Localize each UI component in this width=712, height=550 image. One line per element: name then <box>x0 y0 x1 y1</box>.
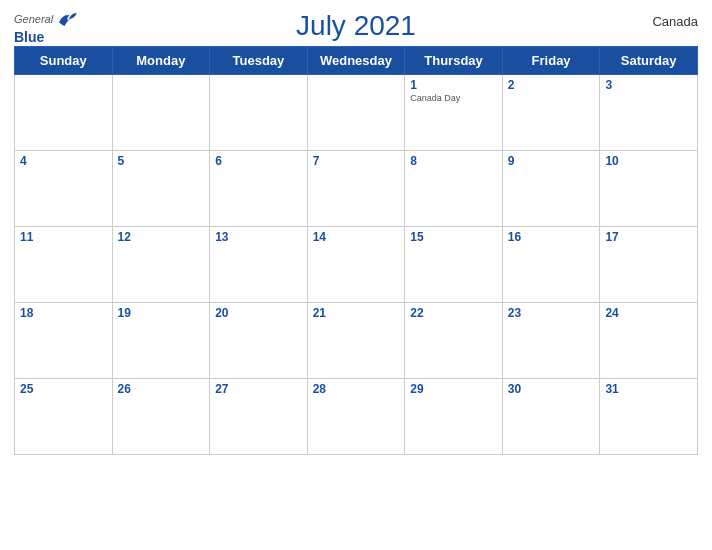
date-number: 4 <box>20 154 107 168</box>
header-saturday: Saturday <box>600 47 698 75</box>
day-headers-row: Sunday Monday Tuesday Wednesday Thursday… <box>15 47 698 75</box>
date-number: 30 <box>508 382 595 396</box>
logo-blue: Blue <box>14 28 79 46</box>
date-number: 9 <box>508 154 595 168</box>
calendar-cell-w3-d6: 16 <box>502 227 600 303</box>
calendar-cell-w4-d3: 20 <box>210 303 308 379</box>
date-number: 27 <box>215 382 302 396</box>
calendar-cell-w3-d1: 11 <box>15 227 113 303</box>
calendar-cell-w4-d4: 21 <box>307 303 405 379</box>
calendar-cell-w3-d4: 14 <box>307 227 405 303</box>
calendar-cell-w3-d3: 13 <box>210 227 308 303</box>
calendar-cell-w2-d4: 7 <box>307 151 405 227</box>
logo-general: General <box>14 10 79 28</box>
date-number: 10 <box>605 154 692 168</box>
calendar-cell-w5-d1: 25 <box>15 379 113 455</box>
week-row-2: 45678910 <box>15 151 698 227</box>
date-number: 6 <box>215 154 302 168</box>
week-row-4: 18192021222324 <box>15 303 698 379</box>
calendar-cell-w4-d1: 18 <box>15 303 113 379</box>
calendar-table: Sunday Monday Tuesday Wednesday Thursday… <box>14 46 698 455</box>
date-number: 1 <box>410 78 497 92</box>
calendar-cell-w2-d7: 10 <box>600 151 698 227</box>
calendar-cell-w2-d6: 9 <box>502 151 600 227</box>
calendar-cell-w4-d6: 23 <box>502 303 600 379</box>
date-number: 28 <box>313 382 400 396</box>
date-number: 11 <box>20 230 107 244</box>
date-number: 5 <box>118 154 205 168</box>
header-friday: Friday <box>502 47 600 75</box>
date-number: 23 <box>508 306 595 320</box>
calendar-cell-w5-d3: 27 <box>210 379 308 455</box>
calendar-cell-w1-d4 <box>307 75 405 151</box>
holiday-label: Canada Day <box>410 93 497 103</box>
calendar-cell-w2-d1: 4 <box>15 151 113 227</box>
calendar-cell-w1-d2 <box>112 75 210 151</box>
calendar-cell-w4-d5: 22 <box>405 303 503 379</box>
date-number: 3 <box>605 78 692 92</box>
calendar-cell-w5-d4: 28 <box>307 379 405 455</box>
calendar-cell-w2-d2: 5 <box>112 151 210 227</box>
date-number: 19 <box>118 306 205 320</box>
date-number: 14 <box>313 230 400 244</box>
date-number: 21 <box>313 306 400 320</box>
calendar-cell-w1-d1 <box>15 75 113 151</box>
date-number: 26 <box>118 382 205 396</box>
calendar-cell-w4-d7: 24 <box>600 303 698 379</box>
calendar-cell-w5-d2: 26 <box>112 379 210 455</box>
calendar-cell-w5-d6: 30 <box>502 379 600 455</box>
date-number: 25 <box>20 382 107 396</box>
date-number: 15 <box>410 230 497 244</box>
header-sunday: Sunday <box>15 47 113 75</box>
country-label: Canada <box>652 14 698 29</box>
header-thursday: Thursday <box>405 47 503 75</box>
calendar-cell-w1-d3 <box>210 75 308 151</box>
date-number: 12 <box>118 230 205 244</box>
calendar-cell-w1-d5: 1Canada Day <box>405 75 503 151</box>
date-number: 7 <box>313 154 400 168</box>
bird-icon <box>57 10 79 28</box>
date-number: 20 <box>215 306 302 320</box>
calendar-cell-w3-d5: 15 <box>405 227 503 303</box>
calendar-body: 1Canada Day23456789101112131415161718192… <box>15 75 698 455</box>
date-number: 16 <box>508 230 595 244</box>
calendar-cell-w1-d7: 3 <box>600 75 698 151</box>
date-number: 18 <box>20 306 107 320</box>
week-row-5: 25262728293031 <box>15 379 698 455</box>
calendar-cell-w2-d3: 6 <box>210 151 308 227</box>
header-monday: Monday <box>112 47 210 75</box>
calendar-cell-w5-d7: 31 <box>600 379 698 455</box>
calendar-cell-w3-d2: 12 <box>112 227 210 303</box>
header-tuesday: Tuesday <box>210 47 308 75</box>
date-number: 31 <box>605 382 692 396</box>
calendar-container: General Blue July 2021 Canada Sunday Mon… <box>0 0 712 550</box>
week-row-3: 11121314151617 <box>15 227 698 303</box>
calendar-cell-w4-d2: 19 <box>112 303 210 379</box>
date-number: 24 <box>605 306 692 320</box>
calendar-cell-w2-d5: 8 <box>405 151 503 227</box>
calendar-cell-w5-d5: 29 <box>405 379 503 455</box>
logo-area: General Blue <box>14 10 79 46</box>
header-wednesday: Wednesday <box>307 47 405 75</box>
calendar-cell-w1-d6: 2 <box>502 75 600 151</box>
week-row-1: 1Canada Day23 <box>15 75 698 151</box>
calendar-cell-w3-d7: 17 <box>600 227 698 303</box>
date-number: 22 <box>410 306 497 320</box>
date-number: 2 <box>508 78 595 92</box>
header-row: General Blue July 2021 Canada <box>14 10 698 42</box>
date-number: 29 <box>410 382 497 396</box>
calendar-title: July 2021 <box>296 10 416 42</box>
date-number: 17 <box>605 230 692 244</box>
date-number: 13 <box>215 230 302 244</box>
logo-block: General Blue <box>14 10 79 46</box>
date-number: 8 <box>410 154 497 168</box>
